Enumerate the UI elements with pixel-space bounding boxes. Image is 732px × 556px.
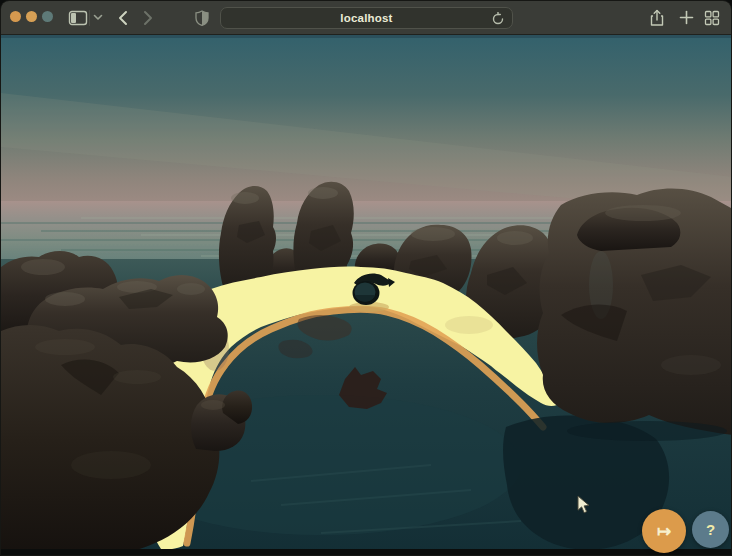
enter-arrow-icon: ↦: [657, 523, 671, 540]
browser-window: localhost: [0, 0, 732, 556]
tab-overview-icon[interactable]: [704, 10, 720, 26]
zoom-window-button[interactable]: [42, 11, 53, 22]
game-canvas[interactable]: [1, 35, 732, 556]
privacy-shield-icon[interactable]: [195, 10, 209, 26]
toolbar-divider: [89, 10, 90, 26]
browser-toolbar: localhost: [1, 1, 731, 35]
minimize-window-button[interactable]: [26, 11, 37, 22]
back-icon[interactable]: [117, 10, 129, 26]
help-button[interactable]: ?: [692, 511, 729, 548]
new-tab-icon[interactable]: [679, 10, 694, 25]
url-text: localhost: [340, 12, 392, 24]
chevron-down-icon[interactable]: [93, 14, 103, 21]
reload-icon[interactable]: [491, 12, 505, 30]
sidebar-icon[interactable]: [68, 10, 88, 26]
share-icon[interactable]: [649, 9, 665, 27]
forward-icon[interactable]: [142, 10, 154, 26]
question-mark-icon: ?: [706, 522, 715, 537]
enter-button[interactable]: ↦: [642, 509, 686, 553]
rocks-right: [537, 188, 732, 441]
url-bar[interactable]: localhost: [220, 7, 513, 29]
bottom-edge-strip: [1, 549, 732, 556]
close-window-button[interactable]: [10, 11, 21, 22]
